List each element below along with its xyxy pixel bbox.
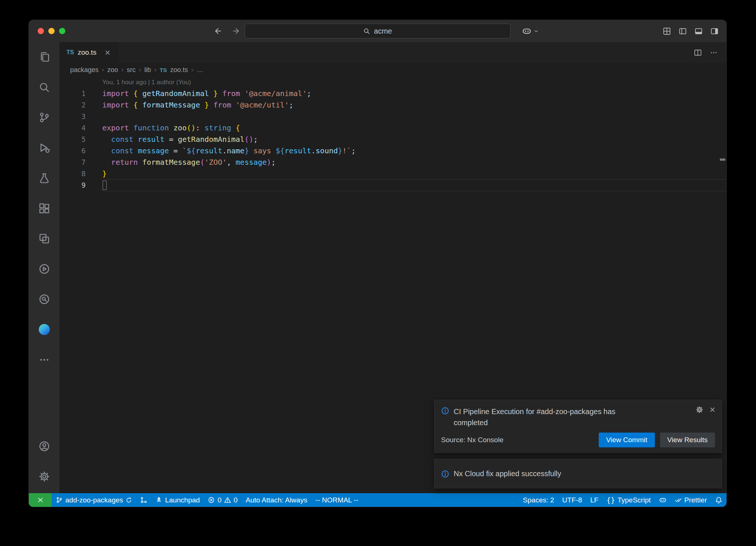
- edge-browser-icon: [39, 324, 50, 335]
- sidebar-item-extensions[interactable]: [29, 199, 59, 218]
- sidebar-item-run-debug[interactable]: [29, 138, 59, 157]
- editor-cursor: [103, 181, 107, 190]
- tab-zoo-ts[interactable]: TS zoo.ts: [60, 42, 118, 63]
- chevron-right-icon: ›: [139, 66, 141, 74]
- auto-attach-label: Auto Attach: Always: [246, 496, 307, 504]
- notifications-bell-button[interactable]: [711, 493, 726, 507]
- notification-close-button[interactable]: [709, 406, 716, 413]
- line-number: 3: [60, 111, 86, 122]
- customize-layout-button[interactable]: [663, 27, 671, 35]
- info-icon: [441, 407, 449, 415]
- eol-indicator[interactable]: LF: [586, 493, 602, 507]
- code-line[interactable]: 9: [60, 180, 726, 191]
- branch-indicator[interactable]: add-zoo-packages: [52, 493, 136, 507]
- desktop: acme: [0, 0, 756, 546]
- notification-message: Nx Cloud fix applied successfully: [454, 468, 561, 479]
- indentation-label: Spaces: 2: [523, 496, 554, 504]
- command-center-search[interactable]: acme: [245, 24, 511, 38]
- close-tab-button[interactable]: [104, 50, 111, 56]
- encoding-label: UTF-8: [562, 496, 582, 504]
- auto-attach-indicator[interactable]: Auto Attach: Always: [242, 493, 312, 507]
- code-line[interactable]: 4export function zoo(): string {: [60, 122, 726, 134]
- breadcrumb-overflow[interactable]: …: [197, 66, 203, 74]
- code-line[interactable]: 2import { formatMessage } from '@acme/ut…: [60, 99, 726, 111]
- copilot-menu[interactable]: [522, 20, 539, 42]
- language-indicator[interactable]: {} TypeScript: [602, 493, 655, 507]
- warning-icon: [224, 496, 231, 504]
- copilot-status-button[interactable]: [655, 493, 671, 507]
- sidebar-item-explorer[interactable]: [29, 47, 59, 66]
- notification-source: Source: Nx Console: [441, 436, 504, 444]
- sidebar-item-testing[interactable]: [29, 168, 59, 188]
- breadcrumb-item[interactable]: lib: [144, 66, 151, 74]
- line-number: 1: [60, 88, 86, 99]
- notification-message: CI Pipeline Execution for #add-zoo-packa…: [454, 406, 646, 428]
- problems-indicator[interactable]: 0 0: [204, 493, 241, 507]
- commit-graph-button[interactable]: [136, 493, 151, 507]
- error-icon: [208, 496, 215, 504]
- view-results-button[interactable]: View Results: [660, 433, 715, 447]
- code-line[interactable]: 8}: [60, 168, 726, 180]
- sidebar-item-inspect[interactable]: [29, 290, 59, 309]
- indentation-indicator[interactable]: Spaces: 2: [519, 493, 559, 507]
- back-button[interactable]: [213, 27, 222, 35]
- typescript-file-icon: TS: [66, 49, 74, 56]
- search-icon: [39, 82, 50, 93]
- split-editor-button[interactable]: [694, 49, 702, 57]
- forward-button[interactable]: [232, 27, 241, 35]
- code-line[interactable]: 7 return formatMessage('ZOO', message);: [60, 157, 726, 168]
- remote-indicator[interactable]: [29, 493, 52, 507]
- view-commit-button[interactable]: View Commit: [599, 433, 655, 447]
- breadcrumb-item[interactable]: packages: [70, 66, 99, 74]
- run-debug-icon: [39, 142, 50, 153]
- line-number: 5: [60, 134, 86, 145]
- sidebar-item-remote-explorer[interactable]: [29, 229, 59, 248]
- toggle-secondary-sidebar-button[interactable]: [711, 27, 718, 35]
- tab-label: zoo.ts: [78, 48, 96, 57]
- commit-graph-icon: [140, 496, 147, 504]
- accounts-button[interactable]: [29, 437, 59, 456]
- line-number: 9: [60, 180, 86, 191]
- close-icon: [104, 50, 111, 56]
- breadcrumb-file[interactable]: zoo.ts: [170, 66, 188, 74]
- minimize-window-button[interactable]: [48, 28, 55, 34]
- code-editor[interactable]: 1import { getRandomAnimal } from '@acme/…: [60, 88, 726, 191]
- breadcrumb-item[interactable]: zoo: [107, 66, 118, 74]
- more-actions-button[interactable]: [710, 49, 718, 57]
- tab-bar: TS zoo.ts: [60, 42, 726, 63]
- zoom-window-button[interactable]: [59, 28, 65, 34]
- branch-name: add-zoo-packages: [65, 496, 123, 504]
- code-line[interactable]: 5 const result = getRandomAnimal();: [60, 134, 726, 145]
- sidebar-item-search[interactable]: [29, 78, 59, 97]
- formatter-indicator[interactable]: Prettier: [671, 493, 711, 507]
- breadcrumb-item[interactable]: src: [127, 66, 135, 74]
- toggle-primary-sidebar-icon: [679, 27, 687, 35]
- toggle-panel-button[interactable]: [695, 27, 702, 35]
- close-window-button[interactable]: [38, 28, 44, 34]
- sidebar-item-nx-console[interactable]: [29, 259, 59, 279]
- notification-tools: [696, 406, 716, 413]
- notification-actions: View Commit View Results: [599, 433, 715, 447]
- encoding-indicator[interactable]: UTF-8: [558, 493, 586, 507]
- error-count: 0: [217, 496, 221, 504]
- code-line[interactable]: 3: [60, 111, 726, 122]
- play-circle-icon: [39, 263, 50, 274]
- code-line[interactable]: 1import { getRandomAnimal } from '@acme/…: [60, 88, 726, 99]
- activity-bar: [29, 42, 60, 493]
- line-number: 8: [60, 168, 86, 180]
- traffic-lights: [38, 28, 65, 34]
- titlebar: acme: [29, 20, 726, 42]
- code-text: export function zoo(): string {: [102, 122, 240, 134]
- sidebar-item-source-control[interactable]: [29, 108, 59, 127]
- beaker-icon: [39, 173, 50, 184]
- code-line[interactable]: 6 const message = `${result.name} says $…: [60, 145, 726, 157]
- settings-button[interactable]: [29, 467, 59, 486]
- sidebar-item-more-views[interactable]: [29, 350, 59, 369]
- notification-settings-button[interactable]: [696, 406, 703, 413]
- launchpad-button[interactable]: Launchpad: [151, 493, 204, 507]
- vim-mode-indicator[interactable]: -- NORMAL --: [311, 493, 362, 507]
- sidebar-item-edge-tools[interactable]: [29, 320, 59, 339]
- ellipsis-icon: [39, 354, 50, 365]
- activity-bar-bottom: [29, 437, 59, 486]
- toggle-primary-sidebar-button[interactable]: [679, 27, 687, 35]
